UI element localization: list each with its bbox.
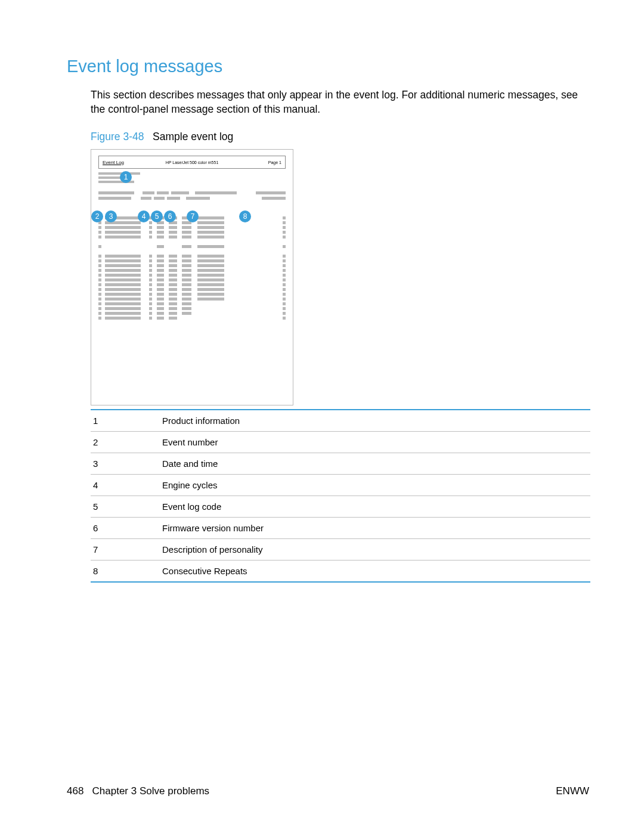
intro-paragraph: This section describes messages that onl… <box>91 88 589 116</box>
figure-caption: Figure 3-48 Sample event log <box>91 131 589 143</box>
page-footer: 468 Chapter 3 Solve problems ENWW <box>67 785 589 797</box>
legend-row: 2Event number <box>91 432 590 453</box>
figure-number: Figure 3-48 <box>91 131 144 143</box>
legend-text: Consecutive Repeats <box>162 566 247 576</box>
legend-row: 8Consecutive Repeats <box>91 561 590 581</box>
legend-text: Description of personality <box>162 544 262 555</box>
legend-row: 1Product information <box>91 410 590 432</box>
legend-text: Engine cycles <box>162 480 218 490</box>
legend-row: 6Firmware version number <box>91 518 590 539</box>
event-log-diagram: Event Log HP LaserJet 500 color m551 Pag… <box>91 149 293 405</box>
legend-text: Product information <box>162 416 240 426</box>
legend-number: 5 <box>91 501 162 512</box>
legend-text: Event log code <box>162 501 221 512</box>
legend-table: 1Product information2Event number3Date a… <box>91 409 590 583</box>
legend-text: Firmware version number <box>162 523 264 533</box>
footer-right: ENWW <box>556 785 589 797</box>
page-number: 468 <box>67 785 83 797</box>
diagram-header: Event Log HP LaserJet 500 color m551 Pag… <box>98 156 286 169</box>
product-label: HP LaserJet 500 color m551 <box>166 160 219 165</box>
eventlog-label: Event Log <box>103 160 124 165</box>
legend-number: 2 <box>91 437 162 447</box>
legend-row: 7Description of personality <box>91 539 590 561</box>
legend-number: 3 <box>91 459 162 469</box>
legend-number: 4 <box>91 480 162 490</box>
page-label: Page 1 <box>268 160 281 165</box>
legend-number: 1 <box>91 416 162 426</box>
section-heading: Event log messages <box>67 57 589 76</box>
legend-number: 6 <box>91 523 162 533</box>
legend-row: 3Date and time <box>91 453 590 475</box>
legend-number: 7 <box>91 544 162 555</box>
legend-row: 5Event log code <box>91 496 590 518</box>
figure-title: Sample event log <box>153 131 233 143</box>
chapter-label: Chapter 3 Solve problems <box>92 785 210 797</box>
legend-text: Event number <box>162 437 218 447</box>
legend-number: 8 <box>91 566 162 576</box>
legend-text: Date and time <box>162 459 218 469</box>
legend-row: 4Engine cycles <box>91 475 590 496</box>
